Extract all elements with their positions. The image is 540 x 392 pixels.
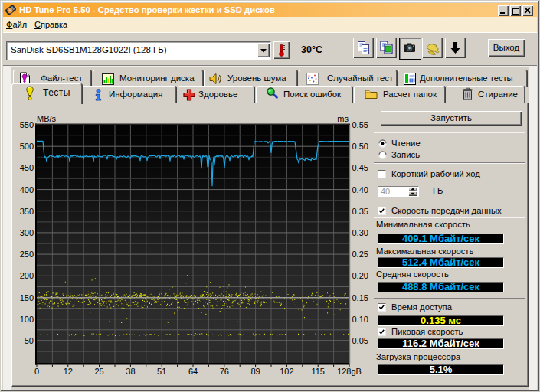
svg-text:0.15: 0.15 xyxy=(352,293,368,302)
svg-text:MB/s: MB/s xyxy=(37,114,57,123)
svg-text:0.55: 0.55 xyxy=(352,120,368,129)
svg-text:150: 150 xyxy=(20,293,34,302)
svg-text:100: 100 xyxy=(20,315,34,324)
svg-text:0: 0 xyxy=(34,367,39,376)
svg-text:38: 38 xyxy=(126,367,135,376)
svg-text:300: 300 xyxy=(20,228,34,237)
svg-text:89: 89 xyxy=(250,367,260,376)
svg-text:550: 550 xyxy=(20,120,34,129)
svg-text:12: 12 xyxy=(64,367,73,376)
svg-text:51: 51 xyxy=(157,367,166,376)
svg-text:400: 400 xyxy=(20,185,34,194)
svg-text:128gB: 128gB xyxy=(337,367,362,376)
svg-text:0.10: 0.10 xyxy=(352,315,368,324)
svg-text:200: 200 xyxy=(20,271,34,280)
svg-text:0.50: 0.50 xyxy=(352,142,368,151)
svg-text:50: 50 xyxy=(25,336,34,345)
svg-text:102: 102 xyxy=(280,367,293,376)
svg-text:ms: ms xyxy=(337,114,349,123)
svg-text:0.40: 0.40 xyxy=(352,185,368,194)
svg-text:0.05: 0.05 xyxy=(352,336,368,345)
svg-text:0.20: 0.20 xyxy=(352,271,368,280)
svg-text:76: 76 xyxy=(220,367,229,376)
svg-text:250: 250 xyxy=(20,250,34,259)
svg-text:450: 450 xyxy=(20,163,34,172)
svg-text:25: 25 xyxy=(94,367,103,376)
svg-text:0.35: 0.35 xyxy=(352,207,368,216)
svg-text:0.45: 0.45 xyxy=(352,163,368,172)
svg-text:350: 350 xyxy=(20,207,34,216)
svg-text:0.30: 0.30 xyxy=(352,228,368,237)
svg-text:64: 64 xyxy=(188,367,198,376)
svg-text:115: 115 xyxy=(311,367,325,376)
svg-text:0.25: 0.25 xyxy=(352,250,368,259)
svg-text:500: 500 xyxy=(20,142,34,151)
